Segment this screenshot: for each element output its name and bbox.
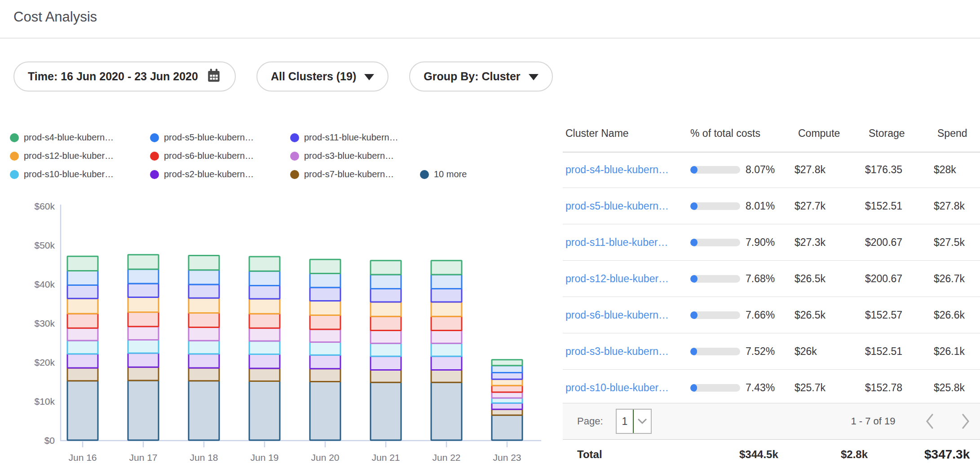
legend-item-prod-s12-blue-kuber[interactable]: prod-s12-blue-kuber…	[10, 151, 114, 161]
legend-item-prod-s11-blue-kubern[interactable]: prod-s11-blue-kubern…	[290, 132, 398, 143]
bar-segment[interactable]	[431, 370, 462, 382]
bar-segment[interactable]	[371, 331, 401, 344]
bar-segment[interactable]	[371, 343, 401, 356]
bar-segment[interactable]	[128, 269, 159, 284]
bar-segment[interactable]	[67, 381, 98, 440]
bar-segment[interactable]	[310, 329, 340, 342]
bar-segment[interactable]	[249, 299, 280, 314]
bar-segment[interactable]	[249, 271, 280, 285]
bar-segment[interactable]	[67, 314, 98, 328]
bar-segment[interactable]	[310, 301, 340, 315]
cluster-name-link[interactable]: prod-s4-blue-kubern…	[565, 164, 669, 175]
legend-item-prod-s4-blue-kubern[interactable]: prod-s4-blue-kubern…	[10, 132, 114, 143]
bar-segment[interactable]	[249, 341, 280, 354]
bar-segment[interactable]	[189, 298, 219, 313]
bar-segment[interactable]	[67, 271, 98, 285]
bar-segment[interactable]	[310, 259, 340, 273]
legend-item-prod-s3-blue-kubern[interactable]: prod-s3-blue-kubern…	[290, 151, 394, 161]
bar-segment[interactable]	[492, 403, 522, 409]
bar-segment[interactable]	[371, 275, 401, 288]
previous-page-button[interactable]	[922, 411, 938, 431]
bar-segment[interactable]	[492, 392, 522, 398]
bar-segment[interactable]	[67, 368, 98, 381]
bar-segment[interactable]	[128, 312, 159, 327]
bar-segment[interactable]	[189, 313, 219, 327]
cluster-name-link[interactable]: prod-s3-blue-kubern…	[565, 345, 669, 357]
legend-item-prod-s7-blue-kubern[interactable]: prod-s7-blue-kubern…	[290, 169, 394, 179]
bar-segment[interactable]	[128, 380, 159, 440]
bar-segment[interactable]	[431, 316, 462, 330]
bar-segment[interactable]	[128, 297, 159, 312]
bar-segment[interactable]	[189, 354, 219, 368]
cluster-name-link[interactable]: prod-s12-blue-kuber…	[565, 273, 669, 284]
bar-segment[interactable]	[249, 257, 280, 271]
legend-item-prod-s6-blue-kubern[interactable]: prod-s6-blue-kubern…	[150, 151, 254, 161]
bar-segment[interactable]	[492, 379, 522, 385]
bar-segment[interactable]	[492, 398, 522, 403]
bar-segment[interactable]	[189, 328, 219, 341]
bar-segment[interactable]	[189, 381, 219, 440]
cluster-name-link[interactable]: prod-s5-blue-kubern…	[565, 200, 669, 212]
bar-segment[interactable]	[431, 382, 462, 440]
bar-segment[interactable]	[189, 341, 219, 354]
bar-segment[interactable]	[492, 415, 522, 440]
page-select[interactable]: 1	[616, 409, 652, 434]
group-by-dropdown[interactable]: Group By: Cluster	[409, 61, 552, 92]
bar-segment[interactable]	[310, 288, 340, 301]
legend-item-10-more[interactable]: 10 more	[420, 169, 467, 179]
bar-segment[interactable]	[492, 385, 522, 392]
bar-segment[interactable]	[67, 285, 98, 299]
bar-segment[interactable]	[431, 356, 462, 370]
bar-segment[interactable]	[249, 368, 280, 381]
bar-segment[interactable]	[249, 314, 280, 328]
legend-item-prod-s5-blue-kubern[interactable]: prod-s5-blue-kubern…	[150, 132, 254, 143]
bar-segment[interactable]	[67, 298, 98, 314]
bar-segment[interactable]	[249, 328, 280, 341]
cluster-name-link[interactable]: prod-s10-blue-kuber…	[565, 382, 669, 393]
bar-segment[interactable]	[67, 354, 98, 368]
bar-segment[interactable]	[249, 354, 280, 368]
bar-segment[interactable]	[249, 286, 280, 299]
cluster-name-link[interactable]: prod-s6-blue-kubern…	[565, 309, 669, 321]
bar-segment[interactable]	[189, 368, 219, 381]
bar-segment[interactable]	[249, 381, 280, 440]
bar-segment[interactable]	[431, 331, 462, 344]
bar-segment[interactable]	[128, 353, 159, 367]
bar-segment[interactable]	[67, 341, 98, 354]
bar-segment[interactable]	[310, 274, 340, 288]
bar-segment[interactable]	[371, 356, 401, 370]
bar-segment[interactable]	[431, 288, 462, 302]
bar-segment[interactable]	[310, 315, 340, 329]
bar-segment[interactable]	[492, 366, 522, 373]
bar-segment[interactable]	[128, 284, 159, 297]
bar-segment[interactable]	[189, 270, 219, 284]
bar-segment[interactable]	[310, 355, 340, 368]
bar-segment[interactable]	[310, 369, 340, 382]
bar-segment[interactable]	[492, 373, 522, 380]
bar-segment[interactable]	[431, 261, 462, 275]
bar-segment[interactable]	[431, 343, 462, 356]
bar-segment[interactable]	[371, 261, 401, 275]
bar-segment[interactable]	[431, 302, 462, 316]
bar-segment[interactable]	[371, 302, 401, 316]
bar-segment[interactable]	[189, 284, 219, 298]
bar-segment[interactable]	[492, 409, 522, 415]
cluster-name-link[interactable]: prod-s11-blue-kuber…	[565, 236, 668, 248]
bar-segment[interactable]	[371, 370, 401, 382]
bar-segment[interactable]	[128, 255, 159, 269]
bar-segment[interactable]	[128, 340, 159, 353]
legend-item-prod-s2-blue-kubern[interactable]: prod-s2-blue-kubern…	[150, 169, 254, 179]
bar-segment[interactable]	[189, 256, 219, 270]
clusters-filter-dropdown[interactable]: All Clusters (19)	[256, 61, 388, 92]
bar-segment[interactable]	[67, 256, 98, 271]
bar-segment[interactable]	[371, 382, 401, 440]
bar-segment[interactable]	[310, 342, 340, 355]
bar-segment[interactable]	[371, 316, 401, 330]
legend-item-prod-s10-blue-kuber[interactable]: prod-s10-blue-kuber…	[10, 169, 114, 179]
bar-segment[interactable]	[431, 275, 462, 288]
bar-segment[interactable]	[128, 327, 159, 340]
bar-segment[interactable]	[310, 382, 340, 441]
next-page-button[interactable]	[958, 411, 974, 431]
bar-segment[interactable]	[128, 367, 159, 380]
bar-segment[interactable]	[371, 288, 401, 302]
